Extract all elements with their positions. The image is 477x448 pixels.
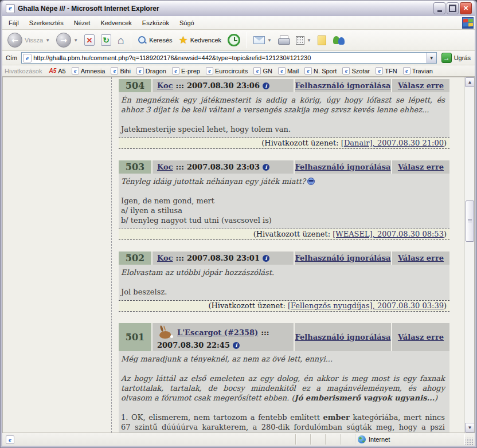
- search-button[interactable]: Keresés: [136, 34, 174, 46]
- forward-dropdown-icon[interactable]: ▼: [73, 38, 78, 43]
- info-icon[interactable]: i: [263, 164, 269, 171]
- bold-text: Jó emberismerő vagyok ugyanis...: [295, 394, 435, 402]
- maximize-button[interactable]: [447, 2, 459, 14]
- stop-button[interactable]: ✕: [83, 33, 96, 47]
- status-pane: [326, 434, 341, 445]
- link-mail[interactable]: Mail: [278, 67, 299, 74]
- ie-favicon: [376, 67, 383, 74]
- ie-favicon: [342, 67, 350, 74]
- mail-icon: [253, 36, 265, 44]
- go-button[interactable]: → Ugrás: [440, 52, 472, 64]
- post-number: 504: [119, 79, 151, 92]
- link-amnesia[interactable]: Amnesia: [72, 67, 105, 74]
- ref-suffix: ): [444, 230, 447, 238]
- post-datetime: 2007.08.30 23:01: [187, 254, 260, 262]
- author-link[interactable]: Koc: [157, 81, 173, 90]
- address-url[interactable]: http://ghalla.pbm.hu/comment.php?q=11892…: [33, 54, 426, 61]
- forward-button[interactable]: → ▼: [54, 32, 80, 49]
- menu-view[interactable]: Nézet: [69, 18, 96, 28]
- post-header: 501 L'Escargot (#2358) ::: 2007.08.30 22…: [119, 323, 449, 351]
- link-gn[interactable]: GN: [253, 67, 272, 74]
- link-szotar[interactable]: Szotar: [342, 67, 370, 74]
- browser-window: Ghalla Népe /// - Microsoft Internet Exp…: [0, 0, 477, 448]
- link-eprep[interactable]: E-prep: [172, 67, 200, 74]
- print-icon: [278, 36, 290, 45]
- reply-link[interactable]: Válasz erre: [398, 163, 444, 171]
- menu-help[interactable]: Súgó: [174, 18, 200, 28]
- link-bihi[interactable]: Bihi: [111, 67, 130, 74]
- windows-logo-icon: [462, 17, 474, 29]
- back-button[interactable]: ← Vissza ▼: [6, 32, 52, 49]
- reply-link[interactable]: Válasz erre: [398, 333, 444, 341]
- ref-link[interactable]: [Danair], 2007.08.30 21:00: [341, 139, 444, 147]
- ignore-user-link[interactable]: Felhasználó ignorálása: [295, 333, 391, 341]
- status-pane: [341, 434, 355, 445]
- address-dropdown-icon[interactable]: ▼: [427, 53, 436, 63]
- scrollbar-thumb[interactable]: [466, 201, 474, 242]
- quoted-text: Az hogy láttál az első emeleten az egy d…: [121, 374, 445, 403]
- mail-dropdown-icon[interactable]: ▼: [267, 38, 272, 43]
- history-button[interactable]: [226, 33, 242, 48]
- ignore-user-link[interactable]: Felhasználó ignorálása: [295, 254, 391, 262]
- menu-edit[interactable]: Szerkesztés: [24, 18, 69, 28]
- ie-favicon: [278, 67, 286, 74]
- ref-link[interactable]: [WEASEL], 2007.08.30 08:53: [333, 230, 444, 238]
- ignore-user-link[interactable]: Felhasználó ignorálása: [295, 163, 391, 171]
- edit-dropdown-icon[interactable]: ▼: [307, 38, 311, 43]
- address-field[interactable]: http://ghalla.pbm.hu/comment.php?q=11892…: [21, 52, 436, 64]
- post-author-cell: Koc ::: 2007.08.30 23:01 i: [153, 251, 294, 265]
- link-tfn[interactable]: TFN: [376, 67, 397, 74]
- link-dragon[interactable]: Dragon: [136, 67, 166, 74]
- link-nsport[interactable]: N. Sport: [304, 67, 337, 74]
- page-left-column: [3, 77, 112, 433]
- reply-link[interactable]: Válasz erre: [398, 81, 444, 90]
- menu-file[interactable]: Fájl: [3, 18, 24, 28]
- info-icon[interactable]: i: [263, 82, 269, 89]
- messenger-button[interactable]: [331, 34, 347, 46]
- vertical-scrollbar[interactable]: ▲ ▼: [464, 77, 474, 433]
- print-button[interactable]: [276, 34, 291, 46]
- link-travian[interactable]: Travian: [403, 67, 433, 74]
- ie-favicon: [136, 67, 144, 74]
- author-link[interactable]: L'Escargot (#2358): [177, 328, 258, 337]
- post-datetime: 2007.08.30 23:03: [187, 163, 260, 171]
- post-author-cell: Koc ::: 2007.08.30 23:03 i: [153, 160, 294, 174]
- menu-tools[interactable]: Eszközök: [137, 18, 174, 28]
- link-eurocircuits[interactable]: Eurocircuits: [206, 67, 248, 74]
- reply-text: Jol beszelsz.: [121, 287, 445, 297]
- ie-favicon: [72, 67, 79, 74]
- author-link[interactable]: Koc: [157, 254, 173, 262]
- refresh-button[interactable]: ↻: [99, 33, 113, 47]
- info-icon[interactable]: i: [263, 255, 269, 262]
- resize-grip[interactable]: [466, 438, 474, 446]
- notes-button[interactable]: [316, 34, 328, 46]
- reply-text: 1. OK, elismerem, nem tartozom a fentebb…: [121, 412, 445, 433]
- favorites-button[interactable]: ★ Kedvencek: [177, 34, 224, 46]
- search-icon: [138, 36, 147, 45]
- edit-icon: [296, 36, 304, 45]
- post-datetime: 2007.08.30 22:45: [157, 341, 230, 349]
- menu-favorites[interactable]: Kedvencek: [95, 18, 136, 28]
- back-dropdown-icon[interactable]: ▼: [45, 38, 50, 43]
- edit-button[interactable]: ▼: [294, 35, 313, 46]
- reply-link[interactable]: Válasz erre: [398, 254, 444, 262]
- home-button[interactable]: ⌂: [116, 33, 126, 47]
- minimize-button[interactable]: [433, 2, 445, 14]
- link-a5[interactable]: A5A5: [49, 68, 65, 74]
- post-body: Én megnéznék egy játékmesterit is addig …: [119, 92, 449, 137]
- close-button[interactable]: [460, 2, 472, 14]
- back-label: Vissza: [25, 37, 43, 44]
- ignore-user-link[interactable]: Felhasználó ignorálása: [295, 81, 391, 90]
- page-status-icon: [6, 435, 14, 444]
- author-link[interactable]: Koc: [157, 163, 173, 171]
- mail-button[interactable]: ▼: [252, 35, 273, 45]
- standard-toolbar: ← Vissza ▼ → ▼ ✕ ↻ ⌂ Keresés ★ Kedvencek: [2, 30, 475, 51]
- post-header: 502 Koc ::: 2007.08.30 23:01 i Felhaszná…: [119, 251, 449, 265]
- scroll-down-icon[interactable]: ▼: [465, 423, 475, 433]
- quoted-text: Még maradjunk a tényeknél, az nem az övé…: [121, 354, 445, 364]
- info-icon[interactable]: i: [233, 342, 240, 349]
- forum-post-502: 502 Koc ::: 2007.08.30 23:01 i Felhaszná…: [119, 251, 449, 312]
- scroll-up-icon[interactable]: ▲: [465, 77, 475, 87]
- post-body: Elolvastam az utóbbi jópár hozzászólást.…: [119, 265, 449, 300]
- ref-link[interactable]: [Fellengzős nyugdíjas], 2007.08.30 03:39: [288, 301, 444, 310]
